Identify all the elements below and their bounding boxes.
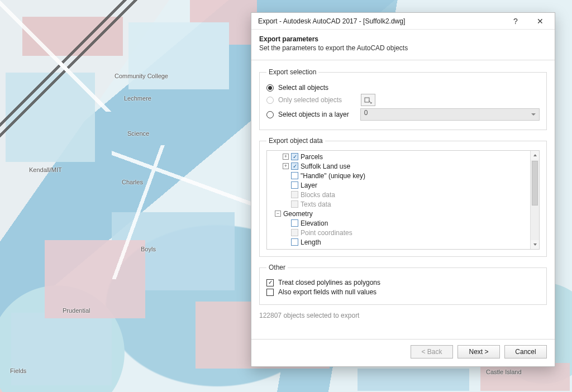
radio-select-layer-label: Select objects in a layer xyxy=(278,111,349,118)
tree-item-label: Blocks data xyxy=(301,191,335,199)
help-icon: ? xyxy=(513,17,518,26)
checkbox-layer[interactable] xyxy=(291,181,298,189)
close-button[interactable]: ✕ xyxy=(528,13,552,29)
scroll-thumb[interactable] xyxy=(532,161,538,205)
collapse-icon[interactable]: − xyxy=(275,211,281,217)
checkbox-pointcoords xyxy=(291,229,298,236)
checkbox-length[interactable] xyxy=(291,238,298,246)
layer-dropdown-value: 0 xyxy=(364,109,368,117)
export-object-data-legend: Export object data xyxy=(266,137,325,145)
tree-item-label: Layer xyxy=(301,181,317,189)
tree-item-label: Geometry xyxy=(283,210,313,218)
other-legend: Other xyxy=(266,264,288,271)
radio-select-all-label: Select all objects xyxy=(278,84,328,92)
export-selection-legend: Export selection xyxy=(266,68,318,76)
object-data-tree[interactable]: +Parcels +Suffolk Land use "Handle" (uni… xyxy=(267,151,530,249)
tree-item-label: Point coordinates xyxy=(301,229,352,237)
dialog-footer: < Back Next > Cancel xyxy=(251,339,555,366)
checkbox-polylines[interactable] xyxy=(266,279,274,286)
next-button[interactable]: Next > xyxy=(457,345,500,358)
tree-item-label: Elevation xyxy=(301,219,328,227)
tree-item-label: Parcels xyxy=(301,153,323,161)
radio-only-selected-label: Only selected objects xyxy=(278,96,342,104)
checkbox-nulls-label: Also export fields with null values xyxy=(278,288,376,296)
tree-item-label: Texts data xyxy=(301,200,331,208)
window-title: Export - Autodesk AutoCAD 2017 - [Suffol… xyxy=(258,17,503,25)
expand-icon[interactable]: + xyxy=(283,154,289,160)
expand-icon[interactable]: + xyxy=(283,163,289,169)
scroll-down-icon[interactable] xyxy=(531,240,539,249)
scroll-up-icon[interactable] xyxy=(531,151,539,160)
export-object-data-group: Export object data +Parcels +Suffolk Lan… xyxy=(259,137,547,257)
status-text: 122807 objects selected to export xyxy=(259,312,547,319)
header-title: Export parameters xyxy=(259,35,547,43)
checkbox-parcels[interactable] xyxy=(291,153,298,160)
help-button[interactable]: ? xyxy=(503,13,528,29)
titlebar: Export - Autodesk AutoCAD 2017 - [Suffol… xyxy=(251,13,555,30)
tree-scrollbar[interactable] xyxy=(530,151,539,249)
radio-only-selected xyxy=(266,97,274,104)
export-selection-group: Export selection Select all objects Only… xyxy=(259,68,547,130)
tree-item-label: Suffolk Land use xyxy=(301,162,350,170)
checkbox-landuse[interactable] xyxy=(291,162,298,170)
checkbox-blocks xyxy=(291,191,298,198)
pick-icon xyxy=(364,96,372,104)
back-button: < Back xyxy=(411,345,453,358)
checkbox-polylines-label: Treat closed polylines as polygons xyxy=(278,279,380,286)
checkbox-nulls[interactable] xyxy=(266,289,274,296)
pick-objects-button[interactable] xyxy=(361,94,375,106)
radio-select-all[interactable] xyxy=(266,84,274,92)
tree-item-label: "Handle" (unique key) xyxy=(301,172,365,180)
other-group: Other Treat closed polylines as polygons… xyxy=(259,264,547,305)
checkbox-handle[interactable] xyxy=(291,172,298,179)
cancel-button[interactable]: Cancel xyxy=(504,345,547,358)
checkbox-texts xyxy=(291,200,298,208)
layer-dropdown[interactable]: 0 xyxy=(360,108,540,121)
svg-rect-0 xyxy=(365,98,369,102)
close-icon: ✕ xyxy=(537,17,544,26)
radio-select-layer[interactable] xyxy=(266,111,274,118)
dialog-header: Export parameters Set the parameters to … xyxy=(251,30,555,60)
checkbox-elevation[interactable] xyxy=(291,219,298,227)
header-subtitle: Set the parameters to export the AutoCAD… xyxy=(259,44,547,52)
tree-item-label: Length xyxy=(301,238,321,246)
export-dialog: Export - Autodesk AutoCAD 2017 - [Suffol… xyxy=(251,12,555,367)
